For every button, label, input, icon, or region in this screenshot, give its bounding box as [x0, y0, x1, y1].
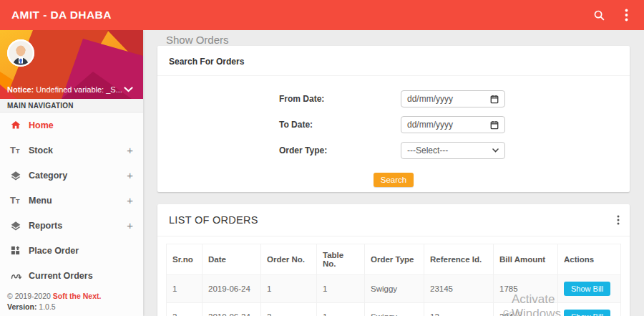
sidebar-item-home[interactable]: Home — [0, 112, 143, 138]
col-bill-amount: Bill Amount — [494, 244, 558, 275]
cell-bill-amount: 1785 — [494, 275, 558, 303]
col-order-type: Order Type — [365, 244, 424, 275]
date-placeholder: dd/mm/yyyy — [407, 120, 490, 130]
widgets-icon — [10, 245, 29, 256]
notice-label: Notice: — [7, 85, 34, 94]
table-header-row: Sr.no Date Order No. Table No. Order Typ… — [167, 244, 621, 275]
main-content: Show Orders Search For Orders From Date:… — [143, 30, 644, 316]
app-title: AMIT - DA DHABA — [11, 9, 112, 21]
col-reference-id: Reference Id. — [424, 244, 494, 275]
chevron-down-icon[interactable] — [124, 87, 133, 92]
search-card-title: Search For Orders — [157, 46, 630, 76]
page-title: Show Orders — [166, 34, 644, 46]
cell-order-no: 2 — [261, 303, 317, 316]
cell-reference-id: 23145 — [424, 275, 494, 303]
calendar-icon[interactable] — [490, 95, 499, 104]
date-placeholder: dd/mm/yyyy — [407, 94, 490, 104]
sidebar-item-current-orders[interactable]: Current Orders — [0, 263, 143, 288]
calendar-icon[interactable] — [490, 120, 499, 130]
order-type-label: Order Type: — [279, 140, 327, 161]
expand-plus-icon[interactable]: + — [127, 219, 133, 231]
sidebar-item-label: Menu — [29, 196, 52, 206]
sidebar: Notice: Undefined variable: _S... MAIN N… — [0, 30, 143, 316]
version-line: Version: 1.0.5 — [7, 302, 143, 312]
sidebar-item-stock[interactable]: TT Stock + — [0, 138, 143, 163]
sidebar-item-label: Reports — [29, 221, 62, 231]
gesture-icon — [10, 270, 29, 281]
sidebar-footer: © 2019-2020 Soft the Next. Version: 1.0.… — [0, 288, 143, 312]
col-actions: Actions — [558, 244, 621, 275]
col-srno: Sr.no — [167, 244, 203, 275]
search-icon[interactable] — [591, 7, 607, 23]
search-button[interactable]: Search — [374, 173, 414, 187]
notice-message: Notice: Undefined variable: _S... — [7, 85, 122, 94]
sidebar-item-label: Stock — [29, 145, 53, 155]
top-navbar: AMIT - DA DHABA — [0, 0, 644, 30]
orders-table: Sr.no Date Order No. Table No. Order Typ… — [166, 244, 621, 316]
layers-icon — [10, 220, 29, 231]
card-options-icon[interactable] — [617, 215, 620, 225]
cell-srno: 1 — [167, 275, 203, 303]
expand-plus-icon[interactable]: + — [127, 194, 133, 206]
list-of-orders-card: LIST OF ORDERS Sr.no Date Order No. Tabl… — [157, 204, 630, 316]
notice-body: Undefined variable: _S... — [34, 85, 122, 94]
sidebar-item-label: Home — [29, 120, 54, 130]
more-vertical-icon[interactable] — [618, 7, 634, 23]
sidebar-item-label: Category — [29, 171, 67, 181]
brand-link[interactable]: Soft the Next. — [53, 292, 102, 300]
cell-table-no: 1 — [317, 303, 365, 316]
sidebar-item-label: Place Order — [29, 246, 79, 256]
sidebar-item-menu[interactable]: TT Menu + — [0, 188, 143, 213]
cell-reference-id: 12 — [424, 303, 494, 316]
nav-section-label: MAIN NAVIGATION — [0, 99, 143, 112]
copyright-line: © 2019-2020 Soft the Next. — [7, 291, 143, 302]
cell-date: 2019-06-24 — [203, 275, 261, 303]
cell-srno: 2 — [167, 303, 203, 316]
text-format-icon: TT — [10, 145, 29, 155]
show-bill-button[interactable]: Show Bill — [564, 282, 610, 296]
home-icon — [10, 120, 29, 130]
orders-card-title: LIST OF ORDERS — [169, 214, 258, 226]
table-row: 1 2019-06-24 1 1 Swiggy 23145 1785 Show … — [167, 275, 621, 303]
layers-icon — [10, 170, 29, 181]
chevron-down-icon — [492, 148, 499, 153]
cell-order-no: 1 — [261, 275, 317, 303]
selected-option: ---Select--- — [407, 145, 492, 155]
show-bill-button[interactable]: Show Bill — [564, 310, 610, 316]
search-for-orders-card: Search For Orders From Date: dd/mm/yyyy — [157, 46, 630, 192]
cell-order-type: Swiggy — [365, 303, 424, 316]
from-date-label: From Date: — [279, 88, 324, 110]
app-window: AMIT - DA DHABA — [0, 0, 644, 316]
cell-table-no: 1 — [317, 275, 365, 303]
sidebar-item-label: Current Orders — [29, 271, 93, 281]
cell-order-type: Swiggy — [365, 275, 424, 303]
sidebar-item-reports[interactable]: Reports + — [0, 213, 143, 238]
expand-plus-icon[interactable]: + — [127, 169, 133, 181]
expand-plus-icon[interactable]: + — [127, 144, 133, 156]
cell-bill-amount: 294 — [494, 303, 558, 316]
col-date: Date — [203, 244, 261, 275]
version-label: Version: — [7, 302, 36, 311]
sidebar-item-place-order[interactable]: Place Order — [0, 238, 143, 263]
from-date-input[interactable]: dd/mm/yyyy — [401, 90, 505, 107]
order-type-select[interactable]: ---Select--- — [401, 142, 505, 159]
to-date-label: To Date: — [279, 114, 313, 135]
version-value: 1.0.5 — [36, 302, 55, 311]
table-row: 2 2019-06-24 2 1 Swiggy 12 294 Show Bill — [167, 303, 621, 316]
sidebar-item-category[interactable]: Category + — [0, 163, 143, 188]
text-format-icon: TT — [10, 196, 29, 205]
to-date-input[interactable]: dd/mm/yyyy — [401, 116, 505, 133]
cell-date: 2019-06-24 — [203, 303, 261, 316]
col-order-no: Order No. — [261, 244, 317, 275]
col-table-no: Table No. — [317, 244, 365, 275]
sidebar-header-art: Notice: Undefined variable: _S... — [0, 30, 143, 99]
avatar — [7, 39, 34, 67]
copyright-text: © 2019-2020 — [7, 292, 53, 300]
